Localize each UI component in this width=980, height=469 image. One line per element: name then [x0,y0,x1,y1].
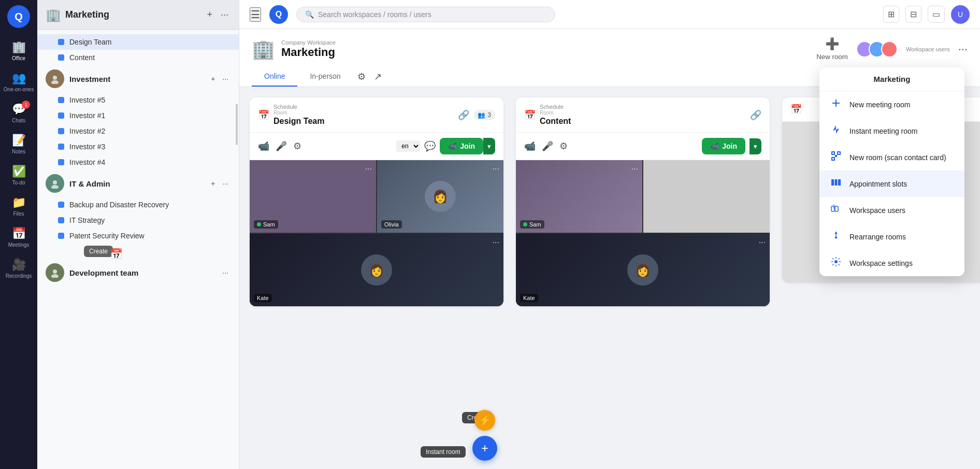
share-button-2[interactable]: 🔗 [750,109,761,121]
workspace-more-button[interactable]: ··· [219,7,230,22]
room-item-investor-#4[interactable]: Investor #4 [37,154,239,170]
group-more-btn[interactable]: ··· [220,73,230,85]
grid-view-button[interactable]: ⊞ [883,6,899,23]
group-add-btn[interactable]: + [209,73,217,85]
instant-meeting-icon [830,124,842,137]
svg-point-0 [53,76,57,80]
share-button-1[interactable]: 🔗 [458,109,469,121]
search-bar[interactable]: 🔍 Search workspaces / rooms / users [296,7,555,22]
dropdown-item-label-settings: Workspace settings [849,259,913,267]
room-card-design-team: 📅 Schedule Room Design Team 🔗 👥 3 [250,97,503,306]
room-item-investor-#2[interactable]: Investor #2 [37,123,239,139]
room-dot [58,159,64,165]
join-button-1[interactable]: 📹 Join [440,138,483,154]
dropdown-item-new-meeting[interactable]: New meeting room [819,91,964,118]
room-title-block-1: Schedule Room Design Team [273,104,324,126]
join-button-2[interactable]: 📹 Join [702,138,745,154]
room-item-patent-security-review[interactable]: Patent Security Review [37,228,239,244]
group-more-btn[interactable]: ··· [220,177,230,190]
dropdown-item-workspace-users[interactable]: Workspace users [819,197,964,223]
group-header-investment[interactable]: Investment + ··· [37,65,239,92]
sidebar-item-files[interactable]: 📁 Files [3,191,34,222]
content-workspace-label: Company Workspace [281,39,336,46]
video-menu-olivia[interactable]: ··· [493,164,499,174]
topbar: ☰ Q 🔍 Search workspaces / rooms / users … [239,0,980,29]
room-header-left-2: 📅 Schedule Room Content [524,104,571,126]
caption-button-1[interactable]: 💬 [424,140,436,152]
room-controls-left-2: 📹 🎤 ⚙ [524,140,568,152]
video-participant-sam-2: Sam [520,220,544,229]
group-more-btn[interactable]: ··· [220,266,230,279]
svg-rect-12 [835,155,837,157]
group-name: Investment [69,75,204,83]
sidebar-item-to-do[interactable]: ✅ To-do [3,160,34,191]
video-button-1[interactable]: 📹 [258,140,269,152]
room-item-backup-and-disaster-recovery[interactable]: Backup and Disaster Recovery [37,197,239,212]
tab-online[interactable]: Online [252,67,297,87]
svg-marker-8 [833,125,839,134]
sidebar-label-files: Files [13,211,24,217]
tab-external-link-icon[interactable]: ↗ [370,67,386,87]
single-view-button[interactable]: ▭ [928,6,945,23]
group-actions: ··· [220,266,230,279]
room-dot [58,144,64,150]
room-item-content[interactable]: Content [37,50,239,65]
dropdown-item-appointment[interactable]: Appointment slots [819,170,964,197]
video-button-2[interactable]: 📹 [524,140,536,152]
join-arrow-button-2[interactable]: ▾ [750,138,761,154]
schedule-icon-1: 📅 [258,109,269,121]
room-item-investor-#5[interactable]: Investor #5 [37,92,239,108]
svg-point-4 [53,269,57,274]
video-menu-sam[interactable]: ··· [365,164,372,174]
room-name: IT Strategy [69,216,105,224]
dropdown-item-scan[interactable]: New room (scan contact card) [819,144,964,170]
join-arrow-button-1[interactable]: ▾ [483,138,495,154]
add-workspace-button[interactable]: + [205,7,214,22]
video-cell-kate-2: 👩 Kate ··· [516,234,770,306]
group-header-development-team[interactable]: Development team ··· [37,259,239,286]
settings-button-1[interactable]: ⚙ [293,140,301,152]
room-item-it-strategy[interactable]: IT Strategy [37,212,239,228]
dropdown-item-rearrange[interactable]: Rearrange rooms [819,223,964,250]
group-header-it-&-admin[interactable]: IT & Admin + ··· [37,170,239,197]
sidebar-item-recordings[interactable]: 🎥 Recordings [3,253,34,284]
create-calendar-icon[interactable]: 📅 [110,248,123,260]
room-item-investor-#3[interactable]: Investor #3 [37,139,239,154]
room-item-investor-#1[interactable]: Investor #1 [37,108,239,123]
scrollbar[interactable] [236,104,238,145]
hamburger-menu[interactable]: ☰ [250,7,261,22]
dropdown-item-settings[interactable]: Workspace settings [819,250,964,276]
workspace-body: Design Team Content Investment + ··· Inv… [37,30,239,469]
video-menu-kate[interactable]: ··· [493,238,499,247]
svg-rect-10 [838,152,840,154]
group-add-btn[interactable]: + [209,177,217,190]
language-select-1[interactable]: en [396,140,420,152]
mic-button-2[interactable]: 🎤 [542,140,553,152]
video-menu-kate-2[interactable]: ··· [759,238,766,247]
tab-in-person[interactable]: In-person [297,67,353,87]
workspace-users-group[interactable] [856,41,898,58]
sidebar-item-office[interactable]: 🏢 Office [3,35,34,66]
room-name: Investor #2 [69,127,105,135]
fab-instant-button[interactable]: ⚡ [474,410,495,431]
mic-button-1[interactable]: 🎤 [276,140,287,152]
video-cell-sam: Sam ··· [250,160,376,233]
dropdown-item-instant[interactable]: Instant meeting room [819,118,964,144]
sidebar-item-one-on-ones[interactable]: 👥 One-on-ones [3,66,34,97]
video-cell-empty-2 [643,160,770,233]
schedule-icon-3: 📅 [790,104,802,115]
tab-settings-icon[interactable]: ⚙ [353,67,370,87]
content-more-button[interactable]: ··· [958,42,968,56]
user-avatar-topbar[interactable]: U [951,5,970,24]
new-room-button[interactable]: ➕ New room [816,37,848,61]
room-item-design-team[interactable]: Design Team [37,34,239,50]
video-menu-sam-2[interactable]: ··· [631,164,638,174]
sidebar-item-meetings[interactable]: 📅 Meetings [3,222,34,253]
split-view-button[interactable]: ⊟ [905,6,921,23]
room-dot [58,54,64,61]
sidebar-item-chats[interactable]: 💬 Chats 1 [3,97,34,129]
group-actions: + ··· [209,177,230,190]
fab-main-button[interactable]: + [472,436,497,461]
settings-button-2[interactable]: ⚙ [559,140,568,152]
sidebar-item-notes[interactable]: 📝 Notes [3,129,34,160]
